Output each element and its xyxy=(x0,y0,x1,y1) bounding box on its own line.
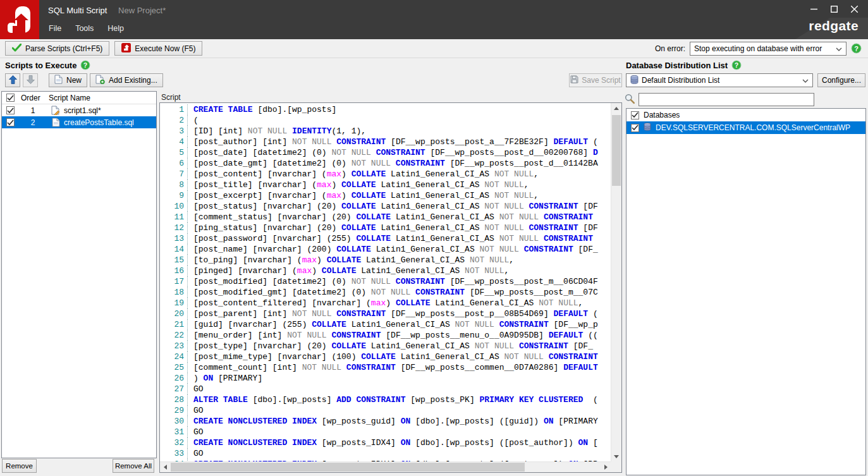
scrollbar-corner xyxy=(611,461,621,472)
menubar: File Tools Help xyxy=(42,21,131,36)
code-line: 4[post_author] [int] NOT NULL CONSTRAINT… xyxy=(160,137,611,147)
code-line: 10[post_status] [nvarchar] (20) COLLATE … xyxy=(160,201,611,212)
code-line: 3[ID] [int] NOT NULL IDENTITY(1, 1), xyxy=(160,126,611,137)
svg-text:?: ? xyxy=(735,61,738,69)
arrow-down-icon xyxy=(27,75,35,86)
scroll-down-arrow[interactable] xyxy=(611,451,621,461)
code-line: 20[post_parent] [int] NOT NULL CONSTRAIN… xyxy=(160,308,611,319)
code-line: 18[post_modified_gmt] [datetime2] (0) NO… xyxy=(160,287,611,298)
remove-all-button[interactable]: Remove All xyxy=(113,459,154,473)
sql-multi-script-window: SQL Multi Script New Project* File Tools… xyxy=(0,0,868,476)
save-script-button[interactable]: Save Script xyxy=(569,73,622,87)
code-line: 1CREATE TABLE [dbo].[wp_posts] xyxy=(160,104,611,115)
code-line: 32CREATE NONCLUSTERED INDEX [wp_posts_ID… xyxy=(160,437,611,448)
vertical-scrollbar[interactable] xyxy=(611,103,621,461)
code-line: 14[post_name] [nvarchar] (200) COLLATE L… xyxy=(160,244,611,255)
scripts-toolbar: New Add Existing... xyxy=(5,73,163,87)
scripts-table-header: Order Script Name xyxy=(2,92,156,104)
code-line: 15[to_ping] [nvarchar] (max) COLLATE Lat… xyxy=(160,255,611,265)
app-title: SQL Multi Script xyxy=(48,6,107,15)
code-line: 28ALTER TABLE [dbo].[wp_posts] ADD CONST… xyxy=(160,394,611,405)
menu-help[interactable]: Help xyxy=(101,21,131,36)
execute-redgate-icon xyxy=(121,43,131,54)
databases-checkbox[interactable] xyxy=(631,111,639,119)
configure-button[interactable]: Configure... xyxy=(817,73,865,87)
chevron-down-icon xyxy=(802,76,809,85)
script-document-icon xyxy=(50,118,61,127)
new-script-button[interactable]: New xyxy=(49,73,87,87)
scripts-table: Order Script Name 1 script1.sql* 2 creat… xyxy=(1,91,157,458)
code-line: 17[post_modified] [datetime2] (0) NOT NU… xyxy=(160,276,611,287)
scroll-right-arrow[interactable] xyxy=(601,462,611,472)
help-icon[interactable]: ? xyxy=(731,60,742,71)
code-line: 8[post_title] [nvarchar] (max) COLLATE L… xyxy=(160,180,611,190)
database-search-input[interactable] xyxy=(639,93,814,106)
script-checkbox[interactable] xyxy=(6,106,15,114)
code-line: 16[pinged] [nvarchar] (max) COLLATE Lati… xyxy=(160,265,611,276)
minimize-button[interactable] xyxy=(804,0,824,18)
vertical-scroll-thumb[interactable] xyxy=(612,115,621,186)
script-row-selected[interactable]: 2 createPostsTable.sql xyxy=(2,116,156,128)
code-line: 23[post_type] [nvarchar] (20) COLLATE La… xyxy=(160,341,611,351)
tree-item-database[interactable]: DEV.SQLSERVERCENTRAL.COM.SQLServerCentra… xyxy=(627,121,865,134)
code-line: 9[post_excerpt] [nvarchar] (max) COLLATE… xyxy=(160,190,611,201)
database-tree: Databases DEV.SQLSERVERCENTRAL.COM.SQLSe… xyxy=(626,108,866,475)
add-existing-button[interactable]: Add Existing... xyxy=(90,73,163,87)
move-down-button[interactable] xyxy=(23,73,38,87)
scripts-panel-title: Scripts to Execute ? xyxy=(5,60,91,71)
on-error-label: On error: xyxy=(655,44,685,53)
scroll-up-arrow[interactable] xyxy=(611,103,621,113)
code-line: 31GO xyxy=(160,427,611,437)
redgate-app-logo-icon xyxy=(0,0,39,39)
code-line: 29GO xyxy=(160,405,611,416)
floppy-disk-icon xyxy=(570,75,578,85)
sql-code-area[interactable]: 1CREATE TABLE [dbo].[wp_posts]2(3[ID] [i… xyxy=(160,104,611,461)
move-up-button[interactable] xyxy=(5,73,20,87)
distribution-list-select[interactable]: Default Distribution List xyxy=(626,73,813,87)
code-line: 22[menu_order] [int] NOT NULL CONSTRAINT… xyxy=(160,330,611,341)
horizontal-scrollbar[interactable] xyxy=(160,461,611,472)
code-line: 26) ON [PRIMARY] xyxy=(160,373,611,384)
scroll-left-arrow[interactable] xyxy=(160,462,170,472)
script-edited-icon xyxy=(50,106,61,115)
code-line: 2( xyxy=(160,115,611,126)
redgate-brand-logo: redgate xyxy=(809,18,859,34)
script-row[interactable]: 1 script1.sql* xyxy=(2,104,156,116)
script-checkbox[interactable] xyxy=(6,118,15,126)
project-title: New Project* xyxy=(118,6,166,15)
help-icon[interactable]: ? xyxy=(80,60,91,71)
database-stack-icon xyxy=(630,75,639,86)
search-icon xyxy=(625,94,635,106)
column-header-order[interactable]: Order xyxy=(18,94,47,102)
add-document-icon xyxy=(95,75,105,86)
code-line: 13[post_password] [nvarchar] (255) COLLA… xyxy=(160,233,611,244)
horizontal-scroll-thumb[interactable] xyxy=(171,463,525,472)
column-header-script-name[interactable]: Script Name xyxy=(47,94,156,102)
remove-button[interactable]: Remove xyxy=(2,459,37,473)
code-line: 11[comment_status] [nvarchar] (20) COLLA… xyxy=(160,212,611,223)
menu-file[interactable]: File xyxy=(42,21,68,36)
code-line: 33GO xyxy=(160,448,611,459)
svg-text:?: ? xyxy=(83,61,87,69)
svg-text:?: ? xyxy=(854,45,859,52)
code-line: 5[post_date] [datetime2] (0) NOT NULL CO… xyxy=(160,147,611,158)
window-controls xyxy=(804,0,864,18)
help-icon[interactable]: ? xyxy=(851,43,862,54)
green-check-icon xyxy=(12,44,21,54)
code-line: 7[post_content] [nvarchar] (max) COLLATE… xyxy=(160,169,611,180)
menu-tools[interactable]: Tools xyxy=(68,21,101,36)
parse-scripts-button[interactable]: Parse Scripts (Ctrl+F5) xyxy=(5,41,109,56)
code-line: 21[guid] [nvarchar] (255) COLLATE Latin1… xyxy=(160,319,611,330)
sql-editor[interactable]: 1CREATE TABLE [dbo].[wp_posts]2(3[ID] [i… xyxy=(159,102,622,473)
database-checkbox[interactable] xyxy=(631,124,639,132)
tree-root-databases[interactable]: Databases xyxy=(627,109,865,121)
select-all-checkbox[interactable] xyxy=(6,94,15,102)
execute-now-button[interactable]: Execute Now (F5) xyxy=(114,41,202,56)
script-panel-label: Script xyxy=(161,93,181,102)
code-line: 30CREATE NONCLUSTERED INDEX [wp_posts_gu… xyxy=(160,416,611,427)
code-line: 27GO xyxy=(160,384,611,394)
code-line: 12[ping_status] [nvarchar] (20) COLLATE … xyxy=(160,223,611,233)
close-button[interactable] xyxy=(844,0,864,18)
on-error-select[interactable]: Stop executing on database with error xyxy=(690,42,847,56)
maximize-button[interactable] xyxy=(824,0,844,18)
